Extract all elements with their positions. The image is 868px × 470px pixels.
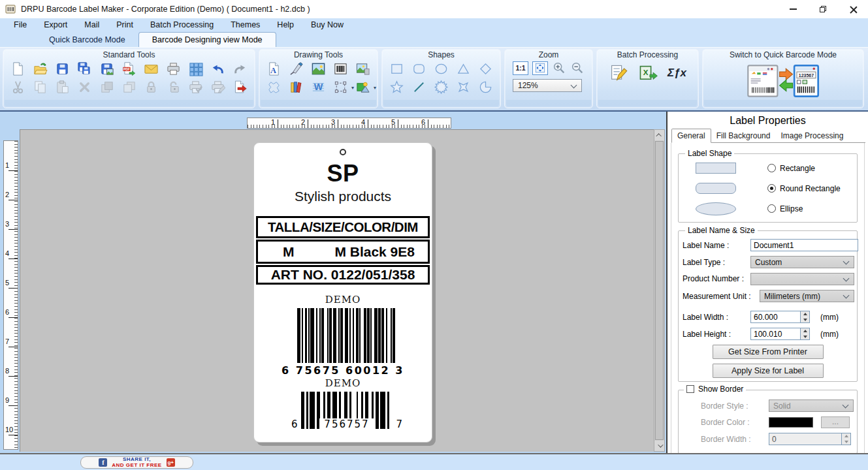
label-type-select[interactable]: Custom — [750, 256, 854, 268]
close-button[interactable] — [838, 0, 868, 18]
picture-tool-icon[interactable] — [310, 61, 327, 77]
label-width-input[interactable] — [750, 311, 800, 323]
mode-tab-quick-barcode-mode[interactable]: Quick Barcode Mode — [36, 33, 138, 47]
zoom-out-button[interactable] — [570, 61, 585, 75]
title-bar: DRPU Barcode Label Maker - Corporate Edi… — [0, 0, 868, 18]
restore-button[interactable] — [808, 0, 838, 18]
barcode-tool-icon[interactable] — [332, 61, 349, 77]
dropdown-arrow-icon[interactable]: ▾ — [374, 85, 376, 91]
save-copy-icon[interactable] — [76, 61, 93, 77]
open-file-icon[interactable] — [32, 61, 48, 77]
shape-tool-icon[interactable] — [266, 79, 282, 95]
show-border-checkbox[interactable]: Show Border — [684, 384, 746, 394]
signature-tool-icon[interactable] — [288, 61, 304, 77]
label-text-initials[interactable]: SP — [254, 160, 432, 187]
scroll-down-button[interactable] — [654, 441, 664, 451]
vertical-scrollbar[interactable] — [654, 129, 665, 452]
menu-item-mail[interactable]: Mail — [76, 20, 108, 29]
label-width-spinner[interactable] — [750, 311, 810, 323]
batch-formula-icon[interactable]: Σƒx — [667, 67, 686, 80]
menu-item-file[interactable]: File — [5, 20, 35, 29]
label-text-brand[interactable]: Stylish products — [254, 189, 432, 204]
shape-line-icon[interactable] — [411, 79, 427, 95]
shape-diamond-icon[interactable] — [477, 61, 494, 77]
shape-starburst-icon[interactable] — [433, 79, 449, 95]
radio-ellipse[interactable]: Ellipse — [767, 204, 803, 213]
library-tool-icon[interactable] — [288, 79, 304, 95]
measurement-unit-select[interactable]: Milimeters (mm) — [760, 290, 854, 302]
undo-icon[interactable] — [210, 61, 226, 77]
border-style-select: Solid — [769, 400, 854, 412]
spin-up-button[interactable] — [801, 328, 809, 334]
email-icon[interactable] — [143, 61, 159, 77]
mode-tab-barcode-designing-view-mode[interactable]: Barcode Designing view Mode — [138, 32, 276, 47]
export-pdf-icon[interactable]: PDF — [121, 61, 137, 77]
shape-four-point-star-icon[interactable] — [455, 79, 472, 95]
label-table-header[interactable]: TALLA/SIZE/COLOR/DIM — [256, 216, 430, 238]
spin-up-button[interactable] — [801, 311, 809, 317]
zoom-one-to-one-button[interactable]: 1:1 — [513, 61, 528, 75]
spin-down-button[interactable] — [801, 317, 809, 323]
ruler-number: 4 — [5, 249, 9, 257]
shape-star-icon[interactable] — [389, 79, 405, 95]
radio-rectangle[interactable]: Rectangle — [767, 164, 815, 173]
menu-item-batch-processing[interactable]: Batch Processing — [142, 20, 222, 29]
page-grid-icon[interactable] — [187, 61, 204, 77]
tab-general[interactable]: General — [671, 129, 711, 143]
save-image-icon[interactable] — [99, 61, 115, 77]
bring-forward-icon — [99, 79, 115, 95]
menu-item-export[interactable]: Export — [35, 20, 76, 29]
batch-edit-icon[interactable] — [609, 63, 628, 83]
close-designer-icon[interactable] — [232, 79, 248, 95]
scrollbar-thumb[interactable] — [655, 141, 664, 440]
image-tool-icon[interactable] — [355, 61, 371, 77]
menu-item-themes[interactable]: Themes — [222, 20, 268, 29]
menu-item-buy-now[interactable]: Buy Now — [302, 20, 352, 29]
ruler-major-tick — [278, 119, 278, 128]
shape-rounded-rectangle-icon[interactable] — [411, 61, 427, 77]
menu-item-print[interactable]: Print — [108, 20, 142, 29]
label-table-size-row[interactable]: M M Black 9E8 — [256, 240, 430, 264]
shape-pie-icon[interactable] — [477, 79, 494, 95]
label-height-input[interactable] — [750, 328, 800, 340]
text-tool-icon[interactable]: A — [266, 61, 282, 77]
design-canvas-area[interactable]: 123456 12345678910 SP Stylish products T… — [0, 112, 666, 453]
watermark-tool-icon[interactable]: W — [310, 79, 327, 95]
spinner-buttons[interactable] — [800, 311, 810, 323]
zoom-fit-button[interactable] — [532, 61, 548, 75]
label-table-art-row[interactable]: ART NO. 0122/051/358 — [256, 265, 430, 285]
tab-fill-background[interactable]: Fill Background — [711, 129, 776, 142]
redo-icon[interactable] — [232, 61, 248, 77]
shape-rectangle-icon[interactable] — [389, 61, 405, 77]
save-icon[interactable] — [54, 61, 71, 77]
batch-excel-import-icon[interactable]: X — [638, 63, 658, 83]
share-button[interactable]: f SHARE IT, AND GET IT FREE g+ — [80, 456, 193, 469]
print-icon[interactable] — [165, 61, 182, 77]
zoom-level-select[interactable]: 125% — [513, 79, 582, 92]
label-table[interactable]: TALLA/SIZE/COLOR/DIM M M Black 9E8 ART N… — [256, 216, 430, 285]
label-height-spinner[interactable] — [750, 328, 810, 340]
demo-watermark-1: DEMO — [254, 294, 432, 306]
shape-ellipse-icon[interactable] — [433, 61, 449, 77]
label-design-object[interactable]: SP Stylish products TALLA/SIZE/COLOR/DIM… — [253, 142, 432, 443]
gradient-shape-tool-icon[interactable]: ▾ — [355, 79, 371, 95]
tab-image-processing[interactable]: Image Processing — [775, 129, 848, 142]
label-name-input[interactable] — [750, 239, 858, 251]
radio-round-rectangle[interactable]: Round Rectangle — [767, 184, 841, 193]
switch-to-quick-barcode-mode-button[interactable]: 123567 — [703, 61, 863, 100]
select-frame-tool-icon[interactable]: ▾ — [332, 79, 349, 95]
shape-triangle-icon[interactable] — [455, 61, 472, 77]
ribbon-group-title: Switch to Quick Barcode Mode — [703, 50, 863, 59]
new-document-icon[interactable] — [10, 61, 26, 77]
minimize-button[interactable] — [778, 0, 808, 18]
spinner-buttons[interactable] — [800, 328, 810, 340]
spin-down-button[interactable] — [801, 334, 809, 340]
dropdown-arrow-icon[interactable]: ▾ — [351, 85, 354, 91]
scroll-up-button[interactable] — [654, 130, 664, 140]
apply-size-for-label-button[interactable]: Apply Size for Label — [713, 364, 824, 378]
ruler-major-tick — [8, 170, 18, 171]
zoom-in-button[interactable] — [552, 61, 566, 75]
barcode-object-1[interactable] — [297, 308, 395, 363]
menu-item-help[interactable]: Help — [268, 20, 302, 29]
get-size-from-printer-button[interactable]: Get Size From Printer — [713, 345, 824, 359]
